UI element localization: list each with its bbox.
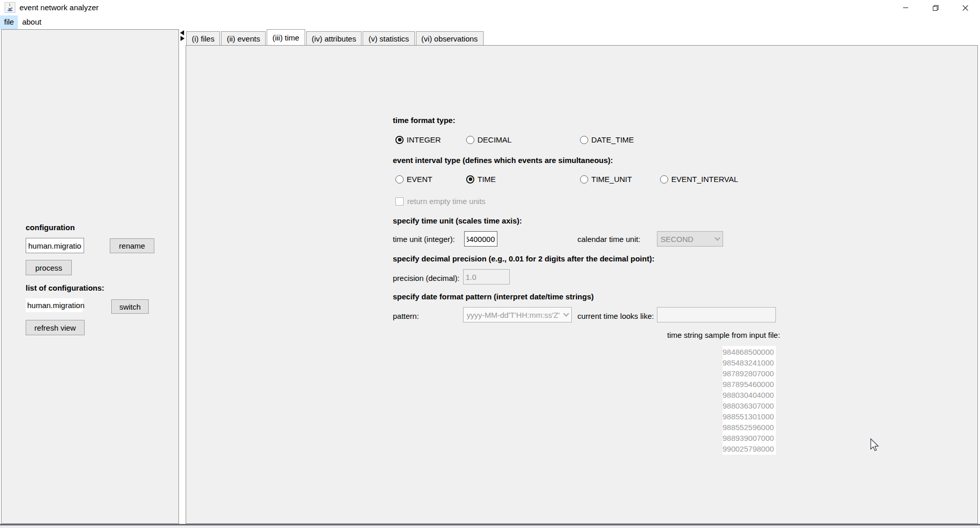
- splitter-collapse-right-icon[interactable]: [181, 36, 185, 41]
- event-interval-radio-option[interactable]: EVENT_INTERVAL: [660, 175, 738, 184]
- time-sample-item: 987892807000: [723, 368, 776, 379]
- radio-icon: [395, 136, 404, 144]
- window-bottom-edge: [0, 525, 980, 528]
- close-icon: [962, 5, 969, 11]
- close-button[interactable]: [950, 0, 980, 15]
- maximize-button[interactable]: [921, 0, 950, 15]
- tab[interactable]: (iii) time: [267, 29, 305, 45]
- java-icon: [5, 2, 15, 13]
- specify-time-unit-label: specify time unit (scales time axis):: [393, 216, 522, 225]
- window-controls: [891, 0, 980, 15]
- event-interval-radio-option[interactable]: TIME: [466, 175, 496, 184]
- time-sample-item: 988036307000: [723, 400, 776, 411]
- tab[interactable]: (vi) observations: [416, 31, 484, 45]
- tab-bar: (i) files(ii) events(iii) time(iv) attri…: [186, 29, 485, 45]
- radio-icon: [580, 175, 588, 184]
- configuration-label: configuration: [26, 223, 75, 232]
- configuration-panel: configuration rename process list of con…: [1, 29, 179, 524]
- precision-decimal-label: precision (decimal):: [393, 274, 459, 282]
- chevron-down-icon: [563, 311, 569, 316]
- return-empty-time-units-row: return empty time units: [395, 197, 486, 206]
- time-unit-integer-label: time unit (integer):: [393, 235, 455, 243]
- radio-icon: [395, 175, 404, 184]
- chevron-down-icon: [714, 235, 720, 240]
- time-format-radio-group: INTEGER DECIMAL DATE_TIME: [186, 135, 977, 146]
- precision-input: [463, 269, 510, 285]
- specify-date-format-label: specify date format pattern (interpret d…: [393, 292, 594, 301]
- rename-button[interactable]: rename: [110, 238, 154, 253]
- menu-item[interactable]: file: [0, 15, 18, 29]
- title-bar: event network analyzer: [0, 0, 980, 15]
- time-format-radio-option[interactable]: INTEGER: [395, 135, 441, 144]
- radio-icon: [660, 175, 668, 184]
- configuration-list-item[interactable]: human.migration: [26, 298, 83, 312]
- time-sample-item: 988552596000: [723, 422, 776, 433]
- pattern-select: yyyy-MM-dd'T'HH:mm:ss'Z': [463, 307, 572, 322]
- refresh-view-button[interactable]: refresh view: [26, 320, 85, 335]
- time-format-radio-option[interactable]: DATE_TIME: [580, 135, 634, 144]
- window-title: event network analyzer: [19, 0, 98, 15]
- time-sample-label: time string sample from input file:: [667, 331, 780, 339]
- time-sample-item: 990025798000: [723, 443, 776, 454]
- event-interval-radio-group: EVENT TIME TIME_UNIT EVENT_INTERVAL: [186, 175, 977, 185]
- time-format-type-label: time format type:: [393, 116, 455, 125]
- mouse-cursor: [869, 438, 880, 453]
- menu-item[interactable]: about: [18, 15, 46, 29]
- time-tab-panel: time format type: INTEGER DECIMAL DATE_T…: [186, 45, 978, 524]
- pattern-label: pattern:: [393, 312, 419, 320]
- time-sample-list: 9848685000009854832410009878928070009878…: [723, 346, 776, 455]
- process-button[interactable]: process: [26, 260, 72, 275]
- config-name-input[interactable]: [26, 238, 84, 253]
- specify-decimal-precision-label: specify decimal precision (e.g., 0.01 fo…: [393, 254, 654, 263]
- menu-bar: fileabout: [0, 15, 980, 29]
- time-sample-item: 984868500000: [723, 347, 776, 357]
- configurations-list-label: list of configurations:: [26, 283, 104, 292]
- return-empty-time-units-label: return empty time units: [407, 197, 486, 206]
- tab[interactable]: (iv) attributes: [306, 31, 362, 45]
- switch-button[interactable]: switch: [111, 299, 149, 314]
- event-interval-radio-option[interactable]: TIME_UNIT: [580, 175, 632, 184]
- calendar-time-unit-label: calendar time unit:: [577, 235, 641, 243]
- event-interval-radio-option[interactable]: EVENT: [395, 175, 432, 184]
- time-sample-item: 988939007000: [723, 433, 776, 443]
- time-sample-item: 987895460000: [723, 379, 776, 390]
- event-interval-type-label: event interval type (defines which event…: [393, 156, 613, 165]
- radio-icon: [466, 136, 474, 144]
- time-sample-item: 988030404000: [723, 390, 776, 400]
- splitter-collapse-left-icon[interactable]: [180, 30, 184, 35]
- configurations-list: human.migration: [26, 298, 83, 312]
- tab[interactable]: (ii) events: [221, 31, 266, 45]
- calendar-time-unit-select: SECOND: [657, 231, 723, 247]
- time-unit-input[interactable]: [464, 231, 497, 247]
- app-window: event network analyzer fileabout: [0, 0, 980, 528]
- time-sample-item: 985483241000: [723, 357, 776, 368]
- current-time-label: current time looks like:: [577, 312, 654, 320]
- tab[interactable]: (i) files: [186, 31, 220, 45]
- time-sample-item: 988551301000: [723, 411, 776, 422]
- checkbox-icon: [395, 197, 404, 206]
- tab[interactable]: (v) statistics: [363, 31, 414, 45]
- radio-icon: [580, 136, 588, 144]
- current-time-input: [657, 307, 776, 322]
- time-format-radio-option[interactable]: DECIMAL: [466, 135, 512, 144]
- minimize-button[interactable]: [891, 0, 921, 15]
- restore-icon: [932, 5, 939, 11]
- minimize-icon: [903, 5, 909, 11]
- radio-icon: [466, 175, 474, 184]
